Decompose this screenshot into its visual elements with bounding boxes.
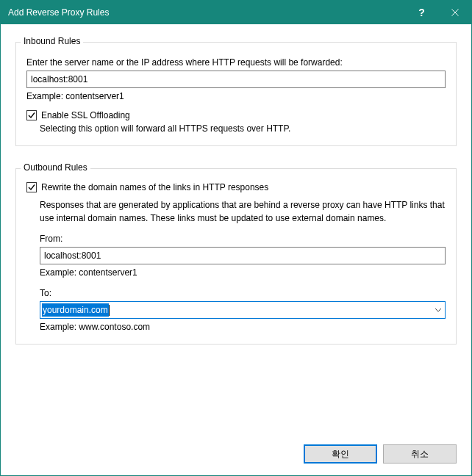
checkmark-icon: [27, 183, 36, 192]
rewrite-checkbox[interactable]: [26, 182, 37, 192]
from-input[interactable]: [40, 247, 446, 264]
groupbox-outbound-rules: Outbound Rules Rewrite the domain names …: [15, 168, 457, 345]
cancel-button-label: 취소: [411, 448, 429, 461]
inbound-legend: Inbound Rules: [21, 36, 83, 46]
to-label: To:: [40, 288, 446, 298]
help-button[interactable]: ?: [405, 1, 438, 24]
from-block: From: Example: contentserver1: [26, 234, 446, 278]
close-icon: [451, 9, 459, 16]
ssl-offloading-desc: Selecting this option will forward all H…: [26, 123, 446, 134]
dialog-add-reverse-proxy-rules: Add Reverse Proxy Rules ? Inbound Rules …: [0, 0, 472, 476]
outbound-desc: Responses that are generated by applicat…: [26, 198, 446, 225]
chevron-down-icon: [435, 308, 442, 312]
to-combobox-selection: yourdomain.com: [42, 303, 109, 317]
from-label: From:: [40, 234, 446, 244]
groupbox-inbound-rules: Inbound Rules Enter the server name or t…: [15, 42, 457, 146]
cancel-button[interactable]: 취소: [383, 444, 457, 464]
to-combobox-text[interactable]: yourdomain.com: [40, 302, 432, 318]
close-button[interactable]: [438, 1, 471, 24]
window-title: Add Reverse Proxy Rules: [1, 7, 405, 18]
to-example: Example: www.contoso.com: [40, 322, 446, 332]
spacer: [15, 345, 457, 434]
dialog-content: Inbound Rules Enter the server name or t…: [1, 24, 471, 434]
dialog-button-row: 확인 취소: [1, 434, 471, 475]
rewrite-checkbox-label: Rewrite the domain names of the links in…: [41, 182, 268, 192]
inbound-server-prompt: Enter the server name or the IP address …: [26, 57, 446, 68]
inbound-server-example: Example: contentserver1: [26, 91, 446, 101]
to-block: To: yourdomain.com Example: www.contoso.…: [26, 288, 446, 332]
ok-button[interactable]: 확인: [304, 444, 377, 464]
ssl-offloading-checkbox-row[interactable]: Enable SSL Offloading: [26, 110, 446, 120]
from-example: Example: contentserver1: [40, 267, 446, 278]
ssl-offloading-label: Enable SSL Offloading: [41, 110, 130, 120]
inbound-server-input[interactable]: [26, 71, 446, 88]
ok-button-label: 확인: [332, 448, 349, 461]
outbound-legend: Outbound Rules: [21, 162, 90, 173]
checkmark-icon: [27, 111, 36, 120]
to-combobox-dropdown-button[interactable]: [432, 302, 445, 318]
rewrite-checkbox-row[interactable]: Rewrite the domain names of the links in…: [26, 182, 446, 192]
titlebar: Add Reverse Proxy Rules ?: [1, 1, 471, 24]
ssl-offloading-checkbox[interactable]: [26, 110, 37, 120]
to-combobox[interactable]: yourdomain.com: [40, 301, 446, 319]
text-caret: [109, 305, 110, 316]
